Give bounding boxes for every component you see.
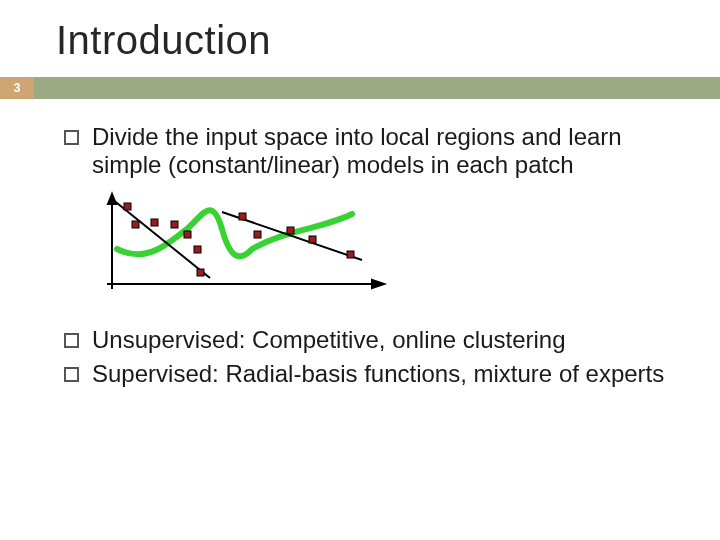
figure [92,184,680,304]
svg-rect-11 [239,213,246,220]
bullet-list: Divide the input space into local region… [64,123,680,178]
svg-rect-14 [309,236,316,243]
data-points [124,203,354,276]
bullet-list-2: Unsupervised: Competitive, online cluste… [64,326,680,387]
axes [107,194,384,289]
svg-rect-7 [171,221,178,228]
bullet-item: Divide the input space into local region… [64,123,680,178]
svg-rect-9 [194,246,201,253]
page-number-badge: 3 [0,77,34,99]
svg-rect-5 [132,221,139,228]
local-line-1 [112,199,210,278]
slide: Introduction 3 Divide the input space in… [0,0,720,540]
bullet-item: Supervised: Radial-basis functions, mixt… [64,360,680,388]
svg-marker-3 [372,280,384,288]
title-bar: 3 [0,77,720,99]
svg-rect-8 [184,231,191,238]
svg-rect-6 [151,219,158,226]
accent-bar [34,77,720,99]
bullet-item: Unsupervised: Competitive, online cluste… [64,326,680,354]
svg-rect-4 [124,203,131,210]
svg-rect-12 [254,231,261,238]
local-models-plot [92,184,392,304]
svg-rect-13 [287,227,294,234]
svg-rect-15 [347,251,354,258]
svg-rect-10 [197,269,204,276]
slide-body: Divide the input space into local region… [0,99,720,387]
slide-title: Introduction [0,0,720,77]
